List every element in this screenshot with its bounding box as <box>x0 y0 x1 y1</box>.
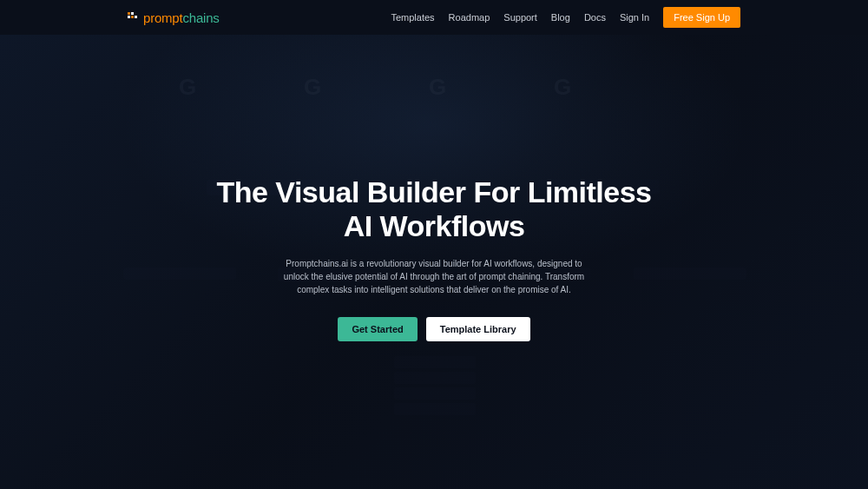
hero-section: G G G G The Visual Builder For Limitless… <box>0 35 868 489</box>
nav-signin[interactable]: Sign In <box>620 12 649 23</box>
svg-rect-4 <box>135 16 137 18</box>
nav-templates[interactable]: Templates <box>391 12 434 23</box>
bg-glyph-icon: G <box>554 74 571 101</box>
nav-blog[interactable]: Blog <box>551 12 570 23</box>
nav-support[interactable]: Support <box>503 12 537 23</box>
nav: Templates Roadmap Support Blog Docs Sign… <box>391 7 740 28</box>
bg-node <box>394 403 476 415</box>
signup-button[interactable]: Free Sign Up <box>663 7 740 28</box>
svg-rect-0 <box>128 12 130 15</box>
bg-glyph-icon: G <box>304 74 321 101</box>
bg-node <box>394 372 476 384</box>
header: promptchains Templates Roadmap Support B… <box>0 0 868 35</box>
logo[interactable]: promptchains <box>128 10 220 25</box>
logo-icon <box>128 12 138 23</box>
template-library-button[interactable]: Template Library <box>426 317 530 341</box>
svg-rect-1 <box>131 12 134 15</box>
bg-node <box>394 356 476 368</box>
hero-buttons: Get Started Template Library <box>208 317 660 341</box>
svg-rect-2 <box>128 16 130 18</box>
hero-content: The Visual Builder For Limitless AI Work… <box>208 175 660 341</box>
nav-docs[interactable]: Docs <box>584 12 606 23</box>
hero-subtitle: Promptchains.ai is a revolutionary visua… <box>278 257 590 296</box>
get-started-button[interactable]: Get Started <box>338 317 417 341</box>
nav-roadmap[interactable]: Roadmap <box>449 12 490 23</box>
bg-glyph-icon: G <box>429 74 446 101</box>
bg-glyph-icon: G <box>179 74 196 101</box>
logo-text-prompt: prompt <box>143 10 183 25</box>
hero-title: The Visual Builder For Limitless AI Work… <box>208 175 660 243</box>
logo-text: promptchains <box>143 10 220 25</box>
svg-rect-3 <box>131 16 134 18</box>
logo-text-chains: chains <box>183 10 220 25</box>
bg-node <box>394 387 476 400</box>
